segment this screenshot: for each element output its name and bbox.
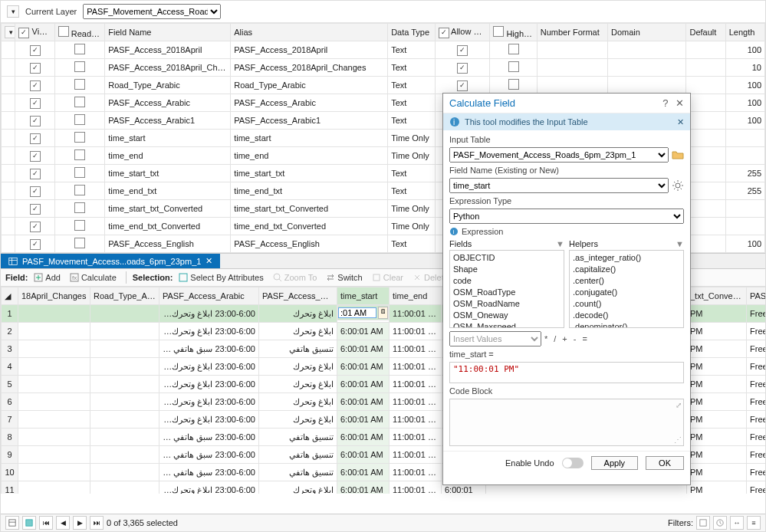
length-cell[interactable]: 100 [725,235,764,253]
readonly-checkbox[interactable] [74,132,85,143]
row-number[interactable]: 1 [2,305,18,323]
alias-cell[interactable]: PASF_Access_2018April [231,41,388,59]
field-row[interactable]: Road_Type_ArabicRoad_Type_ArabicText100 [2,77,765,94]
datatype-cell[interactable]: Time Only [388,200,435,218]
operator-button[interactable]: - [574,334,577,343]
datatype-cell[interactable]: Text [388,41,435,59]
expression-type-select[interactable]: Python [449,209,684,224]
field-name-cell[interactable]: time_start_txt_Converted [105,200,231,218]
readonly-checkbox[interactable] [74,167,85,178]
filter-extent-icon[interactable] [696,516,710,530]
field-name-cell[interactable]: Road_Type_Arabic [105,77,231,94]
datatype-cell[interactable]: Text [388,165,435,182]
row-number[interactable]: 3 [2,340,18,358]
list-item[interactable]: OBJECTID [453,252,561,264]
readonly-checkbox[interactable] [74,149,85,160]
calculate-button[interactable]: fxCalculate [67,272,120,283]
select-by-attributes-button[interactable]: Select By Attributes [176,272,266,283]
length-cell[interactable] [725,218,764,235]
length-cell[interactable] [725,130,764,147]
list-item[interactable]: .decode() [573,310,680,321]
alias-cell[interactable]: time_start_txt_Converted [231,200,388,218]
highlight-checkbox[interactable] [508,79,519,90]
list-item[interactable]: .denominator() [573,321,680,328]
list-item[interactable]: OSM_RoadType [453,287,561,298]
visible-checkbox[interactable] [30,116,41,126]
alias-cell[interactable]: Road_Type_Arabic [231,77,388,94]
col-time-end[interactable]: time_end [390,287,442,305]
visible-checkbox[interactable] [30,63,41,74]
list-item[interactable]: OSM_RoadName [453,298,561,310]
field-name-cell[interactable]: PASF_Access_Arabic [105,94,231,112]
col-roadtype[interactable]: Road_Type_Arabic [90,287,159,305]
domain-cell[interactable] [608,77,686,94]
row-number[interactable]: 5 [2,376,18,393]
input-table-select[interactable]: PASF_Movement_Access_Roads_6pm_23pm_1 [449,147,669,163]
datatype-cell[interactable]: Text [388,182,435,200]
visible-checkbox[interactable] [30,133,41,144]
row-number[interactable]: 9 [2,446,18,464]
field-name-cell[interactable]: PASF_Access_2018April_Changes [105,59,231,77]
field-name-select[interactable]: time_start [449,178,669,193]
list-item[interactable]: OSM_Oneway [453,310,561,321]
field-name-cell[interactable]: PASF_Access_Arabic1 [105,112,231,130]
col-default[interactable]: Default [686,24,725,41]
operator-button[interactable]: * [544,334,547,343]
insert-values-select[interactable]: Insert Values [449,331,541,346]
list-item[interactable]: code [453,275,561,287]
expression-input[interactable]: "11:00:01 PM" [449,362,684,383]
table-tab[interactable]: PASF_Movement_Access...oads_6pm_23pm_1 ✕ [1,254,220,268]
calendar-icon[interactable]: 🗓 [378,307,388,319]
helpers-filter-icon[interactable]: ▼ [676,239,684,248]
nav-first-icon[interactable]: ⏮ [39,516,53,530]
col-alias[interactable]: Alias [231,24,388,41]
col-fieldname[interactable]: Field Name [105,24,231,41]
alias-cell[interactable]: PASF_Access_Arabic1 [231,112,388,130]
field-name-cell[interactable]: time_end [105,147,231,165]
allownull-checkbox[interactable] [457,80,468,91]
col-time-start[interactable]: time_start [337,287,390,305]
col-domain[interactable]: Domain [608,24,686,41]
operator-button[interactable]: + [562,334,567,343]
readonly-checkbox[interactable] [74,238,85,248]
list-item[interactable]: .as_integer_ratio() [573,252,680,264]
zoom-to-button[interactable]: Zoom To [270,272,321,283]
alias-cell[interactable]: time_end [231,147,388,165]
length-cell[interactable]: 100 [725,112,764,130]
operator-button[interactable]: = [582,334,587,343]
length-cell[interactable] [725,200,764,218]
field-name-cell[interactable]: time_end_txt [105,182,231,200]
length-cell[interactable]: 100 [725,41,764,59]
visible-checkbox[interactable] [30,169,41,179]
helpers-listbox[interactable]: .as_integer_ratio().capitalize().center(… [569,250,684,328]
ok-button[interactable]: OK [646,456,684,470]
list-item[interactable]: Shape [453,264,561,275]
col-visible[interactable]: Visible [15,24,54,41]
field-name-cell[interactable]: time_start [105,130,231,147]
col-numfmt[interactable]: Number Format [537,24,607,41]
resize-icon[interactable]: ⋰ [674,435,682,444]
visible-checkbox[interactable] [30,45,41,56]
readonly-checkbox[interactable] [74,202,85,213]
col-allownull[interactable]: Allow NULL [435,24,490,41]
datatype-cell[interactable]: Time Only [388,130,435,147]
show-all-icon[interactable] [5,516,19,530]
time-start-editor[interactable] [338,307,376,318]
browse-icon[interactable] [672,149,684,161]
col-changes[interactable]: 18April_Changes [18,287,90,305]
list-item[interactable]: .capitalize() [573,264,680,275]
length-cell[interactable]: 100 [725,94,764,112]
clear-button[interactable]: Clear [369,272,406,283]
nav-prev-icon[interactable]: ◀ [56,516,70,530]
visible-checkbox[interactable] [30,222,41,232]
list-item[interactable]: .conjugate() [573,287,680,298]
datatype-cell[interactable]: Text [388,59,435,77]
datatype-cell[interactable]: Time Only [388,147,435,165]
visible-checkbox[interactable] [30,80,41,91]
visible-checkbox[interactable] [30,204,41,215]
alias-cell[interactable]: PASF_Access_2018April_Changes [231,59,388,77]
enable-undo-toggle[interactable] [562,458,584,468]
close-icon[interactable]: ✕ [676,97,684,109]
datatype-cell[interactable]: Text [388,235,435,253]
readonly-checkbox[interactable] [74,79,85,90]
